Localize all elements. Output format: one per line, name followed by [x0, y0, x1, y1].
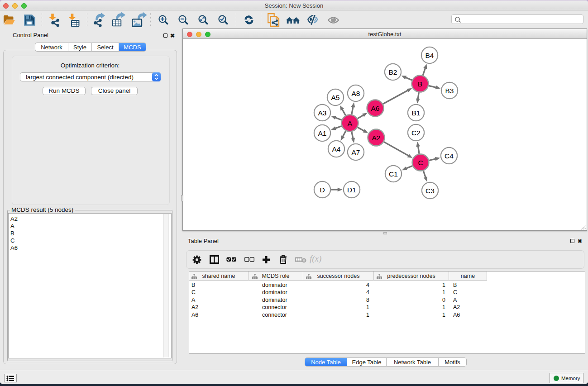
svg-text:B2: B2 — [389, 68, 397, 76]
svg-text:A1: A1 — [318, 129, 327, 137]
svg-text:A4: A4 — [332, 145, 341, 153]
svg-text:B3: B3 — [445, 87, 454, 95]
svg-text:B: B — [418, 80, 422, 88]
svg-text:C1: C1 — [389, 170, 398, 178]
svg-text:C3: C3 — [425, 187, 435, 195]
svg-text:A2: A2 — [372, 134, 381, 142]
svg-text:D1: D1 — [347, 186, 356, 194]
svg-text:A6: A6 — [371, 105, 380, 112]
svg-text:C: C — [418, 159, 423, 167]
svg-text:B4: B4 — [425, 52, 434, 59]
svg-text:A7: A7 — [352, 148, 360, 156]
svg-text:B1: B1 — [412, 109, 421, 117]
svg-text:D: D — [320, 186, 325, 194]
svg-text:C4: C4 — [445, 152, 454, 160]
svg-text:A3: A3 — [318, 109, 327, 117]
svg-text:A5: A5 — [331, 94, 340, 101]
svg-text:C2: C2 — [411, 129, 421, 137]
svg-text:A8: A8 — [352, 90, 360, 97]
svg-text:A: A — [348, 119, 353, 127]
